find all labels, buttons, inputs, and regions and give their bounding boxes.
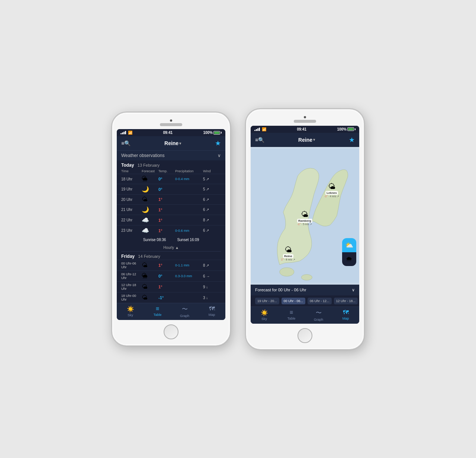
pin-leknes[interactable]: 🌤 Leknes -1° · 4 m/s ↗ (324, 182, 339, 198)
wifi-icon: 📶 (128, 131, 132, 135)
forecast-slot[interactable]: 06 Uhr - 12... (308, 298, 332, 304)
forecast-slots: 19 Uhr - 20... 00 Uhr - 06... 06 Uhr - 1… (251, 295, 359, 307)
map-container[interactable]: 5 km 🌤 Reine 1° · 8 m/s ↗ (251, 147, 359, 285)
status-time-left: 09:41 (163, 131, 173, 135)
map-label-left: Map (209, 313, 215, 317)
table-row: 18 Uhr 🌦 0° 0-0.4 mm 5 ↗ (117, 174, 225, 184)
favorite-star-right[interactable]: ★ (349, 136, 355, 144)
speaker-right (294, 120, 316, 123)
svg-point-2 (301, 274, 312, 280)
battery-tip (221, 132, 222, 134)
header-left-icons-right[interactable]: ≡🔍 (255, 137, 264, 143)
col-headers: Time Forecast Temp. Precipitation Wind (117, 169, 225, 174)
table-row: 20 Uhr 🌤 1° 6 ↗ (117, 194, 225, 204)
front-camera-left (170, 119, 172, 122)
bar3r (257, 128, 258, 131)
pin-reine[interactable]: 🌤 Reine 1° · 8 m/s ↗ (281, 246, 295, 261)
sky-icon-right: ☀️ (261, 309, 268, 316)
overlay-cloud-icon: 🌧 (346, 255, 353, 263)
graph-icon: 〜 (182, 305, 188, 313)
battery-pct-right: 100% (337, 127, 347, 131)
nav-graph-left[interactable]: 〜 Graph (171, 303, 198, 320)
home-button-left[interactable] (164, 324, 178, 339)
today-section: Today 13 February Time Forecast Temp. Pr… (117, 160, 225, 251)
table-row: 06 Uhr-12 Uhr 🌦 0° 0.3-3.0 mm 6 → (117, 270, 225, 281)
observations-chevron[interactable]: ∨ (218, 153, 221, 158)
battery-right: 100% (337, 127, 356, 131)
overlay-sun-btn[interactable]: ⛅ (342, 238, 356, 252)
ramberg-weather-icon: 🌤 (301, 210, 308, 219)
signal-bars-right (254, 128, 260, 131)
sunset-time: 16:09 (190, 238, 199, 242)
menu-icon-right[interactable]: ≡🔍 (255, 137, 264, 143)
header-location-right[interactable]: Reine ▾ (298, 137, 315, 143)
nav-sky-right[interactable]: ☀️ Sky (251, 307, 278, 324)
front-camera-right (304, 116, 306, 118)
observations-label: Weather observations (121, 153, 165, 158)
table-row: 21 Uhr 🌙 1° 6 ↗ (117, 204, 225, 215)
battery-tip-r (355, 128, 356, 130)
nav-graph-right[interactable]: 〜 Graph (305, 307, 332, 324)
nav-sky-left[interactable]: ☀️ Sky (117, 303, 144, 320)
status-bar-right: 📶 09:41 100% (251, 126, 359, 133)
dropdown-arrow-right[interactable]: ▾ (313, 138, 315, 142)
reine-details: 1° · 8 m/s ↗ (281, 258, 295, 261)
battery-pct-left: 100% (203, 131, 213, 135)
sun-info: Sunrise 08:36 Sunset 16:09 (117, 236, 225, 244)
table-row: 19 Uhr 🌙 0° 5 ↗ (117, 184, 225, 194)
pin-ramberg[interactable]: 🌤 Ramberg -1° · 5 m/s ↗ (297, 210, 312, 226)
signal-icons-left: 📶 (120, 131, 132, 135)
menu-icon[interactable]: ≡🔍 (121, 140, 131, 146)
bar2 (122, 132, 123, 134)
graph-icon-right: 〜 (316, 309, 322, 317)
graph-label: Graph (180, 314, 189, 318)
forecast-chevron[interactable]: ∨ (352, 288, 355, 292)
battery-fill-r (348, 128, 353, 130)
dropdown-arrow-left[interactable]: ▾ (179, 141, 181, 145)
observations-header[interactable]: Weather observations ∨ (117, 150, 225, 160)
status-bar-left: 📶 09:41 100% (117, 129, 225, 136)
hourly-toggle[interactable]: Hourly ▲ (117, 244, 225, 251)
forecast-slot[interactable]: 19 Uhr - 20... (255, 298, 279, 304)
wifi-icon-right: 📶 (262, 127, 266, 131)
bar4 (125, 131, 126, 134)
table-row: 12 Uhr-18 Uhr 🌤 1° 9 ↓ (117, 281, 225, 292)
map-overlay-buttons: ⛅ 🌧 (342, 238, 356, 266)
forecast-label: Forecast for 00 Uhr - 06 Uhr (255, 288, 306, 292)
overlay-cloud-btn[interactable]: 🌧 (342, 252, 356, 266)
phone-right: 📶 09:41 100% ≡🔍 Reine ▾ ★ (245, 109, 364, 350)
map-icon-right: 🗺 (343, 309, 349, 316)
phone-top-right (251, 114, 359, 126)
sky-label: Sky (128, 313, 133, 317)
app-header-left: ≡🔍 Reine ▾ ★ (117, 136, 225, 150)
favorite-star-left[interactable]: ★ (215, 139, 221, 147)
leknes-name: Leknes (325, 191, 338, 195)
header-location-left[interactable]: Reine ▾ (164, 140, 181, 146)
forecast-slot-active[interactable]: 00 Uhr - 06... (282, 298, 306, 304)
svg-point-1 (280, 268, 294, 276)
bar1r (254, 130, 255, 131)
nav-map-right[interactable]: 🗺 Map (332, 307, 359, 324)
home-button-right[interactable] (298, 328, 312, 343)
map-icon-left: 🗺 (209, 305, 215, 312)
table-icon: ≡ (156, 305, 159, 312)
location-name-right: Reine (298, 137, 312, 143)
table-row: 00 Uhr-06 Uhr 🌤 1° 0-1.1 mm 8 ↗ (117, 260, 225, 270)
table-icon-right: ≡ (290, 309, 293, 316)
reine-name: Reine (283, 254, 293, 258)
bar1 (120, 133, 122, 134)
header-left-icons[interactable]: ≡🔍 (121, 140, 131, 146)
nav-table-right[interactable]: ≡ Table (278, 307, 305, 324)
status-time-right: 09:41 (297, 127, 306, 131)
graph-label-right: Graph (314, 318, 323, 321)
table-row: 18 Uhr-00 Uhr 🌤 -1° 3 ↓ (117, 292, 225, 303)
bottom-nav-left: ☀️ Sky ≡ Table 〜 Graph 🗺 Map (117, 303, 225, 320)
leknes-details: -1° · 4 m/s ↗ (324, 195, 339, 198)
phone-bottom-left (117, 320, 225, 341)
nav-table-left[interactable]: ≡ Table (144, 303, 171, 320)
forecast-slot[interactable]: 12 Uhr - 18... (334, 298, 358, 304)
nav-map-left[interactable]: 🗺 Map (198, 303, 225, 320)
leknes-weather-icon: 🌤 (328, 182, 335, 191)
forecast-bar[interactable]: Forecast for 00 Uhr - 06 Uhr ∨ (251, 285, 359, 295)
map-label-right: Map (342, 317, 349, 320)
